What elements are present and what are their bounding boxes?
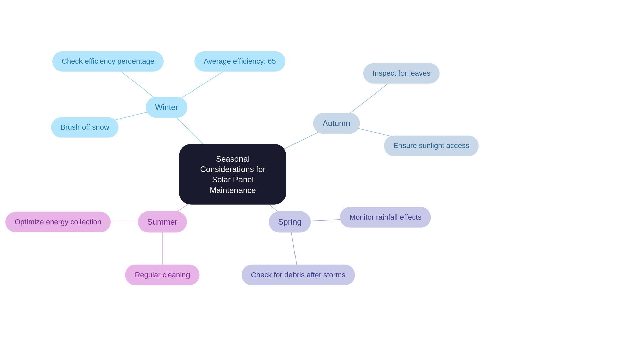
- child-node-summer-child-2: Regular cleaning: [125, 265, 199, 285]
- mind-map-container: Seasonal Considerations for Solar Panel …: [0, 0, 644, 363]
- child-node-summer-child-1: Optimize energy collection: [5, 212, 111, 232]
- child-node-winter-child-2: Average efficiency: 65: [194, 51, 285, 72]
- child-node-autumn-child-1: Inspect for leaves: [363, 63, 440, 84]
- center-node: Seasonal Considerations for Solar Panel …: [179, 144, 286, 205]
- season-node-spring: Spring: [269, 211, 311, 232]
- child-node-spring-child-2: Check for debris after storms: [241, 265, 355, 285]
- child-node-spring-child-1: Monitor rainfall effects: [340, 207, 431, 228]
- child-node-winter-child-3: Brush off snow: [51, 117, 118, 138]
- season-node-summer: Summer: [138, 211, 187, 232]
- child-node-autumn-child-2: Ensure sunlight access: [384, 136, 479, 156]
- season-node-autumn: Autumn: [313, 113, 360, 134]
- season-node-winter: Winter: [146, 97, 187, 118]
- child-node-winter-child-1: Check efficiency percentage: [52, 51, 164, 72]
